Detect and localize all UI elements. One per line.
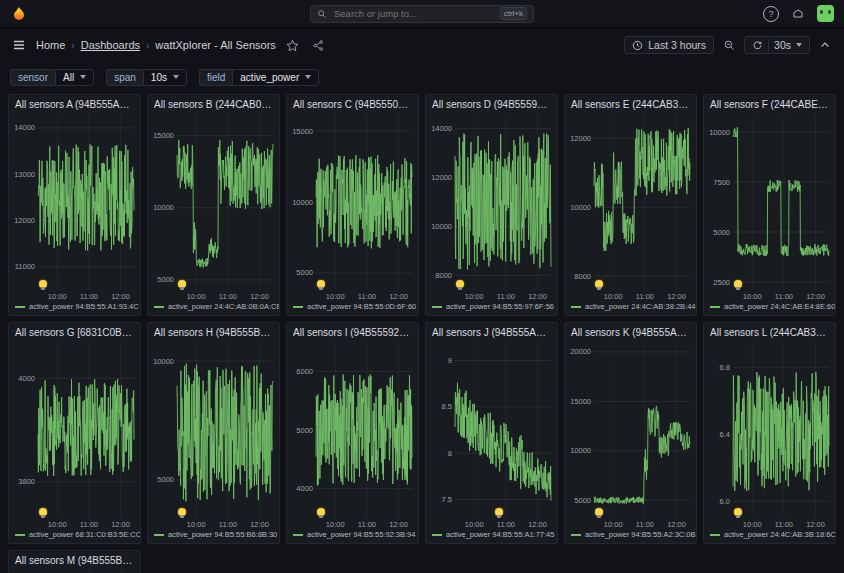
search-shortcut-badge: ctrl+k (500, 7, 527, 20)
sensor-panel: All sensors J (94B555A17... 7.588.5910:0… (425, 322, 558, 544)
sensor-panel: All sensors D (94B555976... 800010000120… (425, 94, 558, 316)
svg-text:10000: 10000 (292, 198, 313, 207)
chart-area: 5000100001500010:0011:0012:00 (150, 111, 277, 301)
news-icon[interactable] (789, 5, 807, 23)
user-avatar[interactable] (817, 5, 834, 22)
top-bar: ctrl+k ? (0, 0, 844, 28)
svg-text:10:00: 10:00 (743, 292, 762, 301)
svg-text:12:00: 12:00 (667, 520, 686, 529)
series-color-swatch (432, 306, 442, 308)
help-icon[interactable]: ? (763, 6, 779, 22)
series-color-swatch (571, 534, 581, 536)
sensor-panel: All sensors K (94B555A23... 500010000150… (564, 322, 697, 544)
panel-legend[interactable]: active_power 94:B5:55:A2:3C:0B (565, 529, 696, 543)
panel-title[interactable]: All sensors E (244CAB382... (565, 95, 696, 111)
variable-field-dropdown[interactable]: active_power (232, 69, 319, 86)
time-range-label: Last 3 hours (648, 39, 706, 51)
chevron-down-icon (305, 75, 311, 79)
svg-text:6000: 6000 (296, 367, 313, 376)
share-icon[interactable] (310, 36, 328, 54)
svg-text:14000: 14000 (14, 123, 35, 132)
svg-text:11:00: 11:00 (80, 292, 98, 301)
search-input[interactable] (332, 7, 495, 20)
panel-title[interactable]: All sensors J (94B555A17... (426, 323, 557, 339)
panel-legend[interactable]: active_power 24:4C:AB:38:2B:44 (565, 301, 696, 315)
panel-title[interactable]: All sensors B (244CAB0B... (148, 95, 279, 111)
time-range-picker[interactable]: Last 3 hours (624, 36, 714, 54)
panel-title[interactable]: All sensors I (94B555923... (287, 323, 418, 339)
dashboard-grid: All sensors A (94B555A19... 110001200013… (0, 92, 844, 573)
variable-field-value: active_power (240, 72, 299, 83)
chart-svg: 500010000150002000010:0011:0012:00 (567, 339, 694, 529)
series-color-swatch (432, 534, 442, 536)
panel-legend[interactable]: active_power 94:B5:55:A1:77:45 (426, 529, 557, 543)
chart-svg: 5000100001500010:0011:0012:00 (150, 111, 277, 301)
chevron-down-icon (173, 75, 179, 79)
svg-text:10000: 10000 (570, 203, 591, 212)
breadcrumb-home[interactable]: Home (36, 39, 65, 51)
svg-text:10:00: 10:00 (465, 520, 484, 529)
svg-text:8000: 8000 (574, 272, 591, 281)
panel-legend[interactable]: active_power 24:4C:AB:0B:0A:CE (148, 301, 279, 315)
star-icon[interactable] (284, 36, 302, 54)
panel-legend[interactable]: active_power 24:4C:AB:E4:8E:60 (704, 301, 835, 315)
chart-svg: 1100012000130001400010:0011:0012:00 (11, 567, 138, 573)
panel-legend[interactable]: active_power 68:31:C0:B3:5E:CC (9, 529, 140, 543)
series-color-swatch (15, 534, 25, 536)
panel-legend[interactable]: active_power 24:4C:AB:3B:18:6C (704, 529, 835, 543)
svg-text:12:00: 12:00 (111, 292, 130, 301)
panel-title[interactable]: All sensors L (244CAB3B1... (704, 323, 835, 339)
panel-legend[interactable]: active_power 94:B5:55:A1:93:4C (9, 301, 140, 315)
panel-title[interactable]: All sensors D (94B555976... (426, 95, 557, 111)
breadcrumb-dashboards[interactable]: Dashboards (81, 39, 140, 51)
chart-svg: 1100012000130001400010:0011:0012:00 (11, 111, 138, 301)
panel-title[interactable]: All sensors H (94B555B6B... (148, 323, 279, 339)
svg-text:12:00: 12:00 (250, 520, 269, 529)
svg-text:4000: 4000 (18, 374, 35, 383)
variable-sensor-dropdown[interactable]: All (55, 69, 94, 86)
series-label: active_power 68:31:C0:B3:5E:CC (29, 530, 140, 539)
svg-text:10:00: 10:00 (743, 520, 762, 529)
svg-text:11:00: 11:00 (358, 292, 376, 301)
variable-span-value: 10s (151, 72, 167, 83)
refresh-control[interactable]: 30s (744, 36, 810, 54)
panel-legend[interactable]: active_power 94:B5:55:92:3B:94 (287, 529, 418, 543)
grafana-logo[interactable] (10, 5, 28, 23)
series-color-swatch (154, 306, 164, 308)
variable-sensor-label: sensor (10, 69, 55, 86)
menu-toggle-icon[interactable] (10, 36, 28, 54)
variable-span-dropdown[interactable]: 10s (143, 69, 187, 86)
topbar-left (10, 5, 200, 23)
collapse-toolbar-icon[interactable] (816, 36, 834, 54)
panel-title[interactable]: All sensors K (94B555A23... (565, 323, 696, 339)
variable-field: field active_power (199, 69, 319, 86)
svg-text:6.8: 6.8 (720, 363, 730, 372)
svg-text:11:00: 11:00 (219, 292, 237, 301)
zoom-out-icon[interactable] (720, 36, 738, 54)
series-color-swatch (571, 306, 581, 308)
svg-text:8: 8 (448, 449, 452, 458)
variables-bar: sensor All span 10s field active_power (0, 62, 844, 92)
breadcrumb: Home › Dashboards › wattXplorer - All Se… (36, 39, 276, 51)
svg-text:10000: 10000 (153, 357, 174, 366)
panel-title[interactable]: All sensors F (244CABE48... (704, 95, 835, 111)
panel-title[interactable]: All sensors A (94B555A19... (9, 95, 140, 111)
search-box[interactable]: ctrl+k (310, 5, 534, 23)
panel-title[interactable]: All sensors M (94B555B3B... (9, 551, 140, 567)
toolbar-right: Last 3 hours 30s (624, 36, 834, 54)
svg-text:15000: 15000 (153, 131, 174, 140)
series-label: active_power 24:4C:AB:E4:8E:60 (724, 302, 835, 311)
panel-legend[interactable]: active_power 94:B5:55:B6:8B:30 (148, 529, 279, 543)
series-color-swatch (293, 306, 303, 308)
svg-text:5000: 5000 (713, 228, 730, 237)
sensor-panel: All sensors A (94B555A19... 110001200013… (8, 94, 141, 316)
svg-text:4000: 4000 (296, 484, 313, 493)
svg-text:11:00: 11:00 (775, 520, 793, 529)
svg-text:10:00: 10:00 (326, 520, 345, 529)
svg-text:6.4: 6.4 (720, 430, 730, 439)
panel-title[interactable]: All sensors C (94B5550D6... (287, 95, 418, 111)
panel-legend[interactable]: active_power 94:B5:55:0D:6F:60 (287, 301, 418, 315)
chevron-down-icon (80, 75, 86, 79)
panel-title[interactable]: All sensors G [6831C0B35... (9, 323, 140, 339)
panel-legend[interactable]: active_power 94:B5:55:97:6F:56 (426, 301, 557, 315)
